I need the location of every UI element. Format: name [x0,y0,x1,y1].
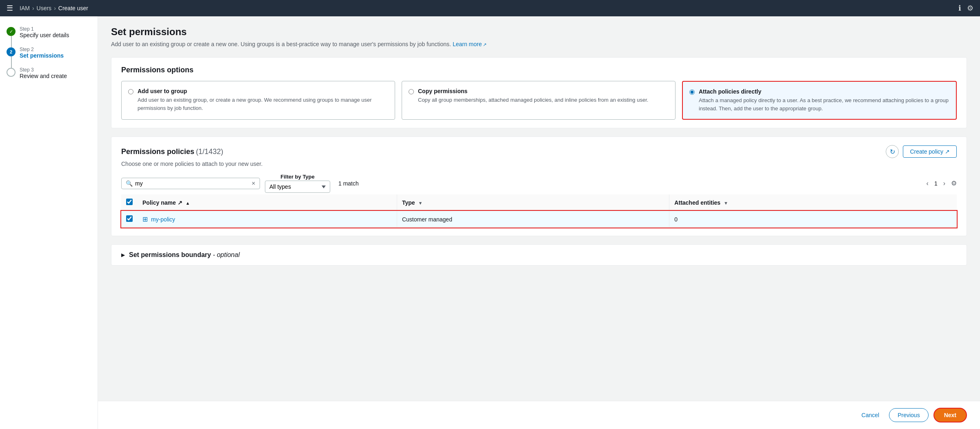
settings-nav-icon[interactable]: ⚙ [967,4,973,13]
table-settings-icon[interactable]: ⚙ [951,179,957,187]
search-box[interactable]: 🔍 ✕ [121,178,260,189]
page-number: 1 [934,180,938,187]
permissions-options-card: Permissions options Add user to group Ad… [111,57,967,128]
sort-icon-attached: ▼ [724,201,728,206]
perm-option-copy-permissions[interactable]: Copy permissions Copy all group membersh… [402,81,676,120]
perm-radio-copy-permissions[interactable] [409,89,414,94]
create-policy-button[interactable]: Create policy ↗ [903,145,957,158]
sort-icon-type: ▼ [418,201,423,206]
cancel-button[interactable]: Cancel [857,409,884,421]
boundary-title: Set permissions boundary - optional [129,251,240,259]
perm-option-attach-desc: Attach a managed policy directly to a us… [699,96,949,112]
step-1-info: Step 1 Specify user details [20,26,69,38]
step-3-circle [7,68,16,77]
filter-row: 🔍 ✕ Filter by Type All types 1 match ‹ 1 [121,174,957,193]
breadcrumb-iam[interactable]: IAM [20,5,30,11]
row-policy-name-cell: ⊞ my-policy [138,211,397,228]
prev-page-button[interactable]: ‹ [924,179,931,188]
step-2-circle: 2 [7,47,16,56]
table-body: ⊞ my-policy Customer managed 0 [121,211,957,228]
step-2[interactable]: 2 Step 2 Set permissions [7,47,91,59]
table-col-type[interactable]: Type ▼ [397,194,669,211]
policy-name-col-label: Policy name ↗ [142,199,182,206]
step-2-label: Set permissions [20,52,64,59]
policy-table: Policy name ↗ ▲ Type ▼ Attached entities… [121,194,957,228]
policies-header: Permissions policies (1/1432) ↻ Create p… [121,145,957,158]
top-nav: ☰ IAM › Users › Create user ℹ ⚙ [0,0,980,16]
row-attached-cell: 0 [669,211,957,228]
boundary-optional: - optional [213,251,240,258]
row-checkbox[interactable] [126,215,133,222]
table-col-attached[interactable]: Attached entities ▼ [669,194,957,211]
boundary-header: ▶ Set permissions boundary - optional [121,251,957,259]
row-type-cell: Customer managed [397,211,669,228]
policies-subtitle: Choose one or more policies to attach to… [121,161,957,167]
step-3-num: Step 3 [20,67,67,73]
permissions-policies-card: Permissions policies (1/1432) ↻ Create p… [111,136,967,236]
table-header: Policy name ↗ ▲ Type ▼ Attached entities… [121,194,957,211]
breadcrumb-sep-2: › [54,5,56,11]
match-text: 1 match [338,180,359,187]
clear-icon[interactable]: ✕ [251,181,256,186]
search-icon: 🔍 [126,180,133,187]
perm-radio-add-to-group[interactable] [128,89,133,94]
step-3[interactable]: Step 3 Review and create [7,67,91,79]
pagination: ‹ 1 › ⚙ [924,179,957,188]
breadcrumb-current: Create user [58,5,88,11]
step-1-num: Step 1 [20,26,69,32]
policies-title-group: Permissions policies (1/1432) [121,147,223,156]
type-col-label: Type [402,199,415,206]
perm-option-copy-title: Copy permissions [418,88,648,94]
table-header-checkbox[interactable] [121,194,138,211]
page-subtitle: Add user to an existing group or create … [111,41,967,47]
top-nav-icons: ℹ ⚙ [958,4,973,13]
permissions-options-list: Add user to group Add user to an existin… [121,81,957,120]
sidebar: ✓ Step 1 Specify user details 2 Step 2 S… [0,16,98,429]
perm-option-attach-directly[interactable]: Attach policies directly Attach a manage… [682,81,957,120]
previous-button[interactable]: Previous [889,408,928,422]
row-checkbox-cell[interactable] [121,211,138,228]
refresh-button[interactable]: ↻ [886,145,899,158]
sort-icon-policy: ▲ [185,201,190,206]
perm-option-add-to-group[interactable]: Add user to group Add user to an existin… [121,81,395,120]
step-2-num: Step 2 [20,47,64,52]
filter-by-type-label: Filter by Type [265,174,330,180]
hamburger-icon[interactable]: ☰ [7,4,13,13]
bottom-bar: Cancel Previous Next [98,401,980,429]
select-all-checkbox[interactable] [126,199,133,205]
search-input[interactable] [135,180,251,187]
main-content: Set permissions Add user to an existing … [98,16,980,401]
next-button[interactable]: Next [933,408,967,422]
permissions-options-title: Permissions options [121,66,957,74]
step-3-info: Step 3 Review and create [20,67,67,79]
page-layout: ✓ Step 1 Specify user details 2 Step 2 S… [0,16,980,429]
perm-option-add-to-group-desc: Add user to an existing group, or create… [138,96,388,112]
perm-option-attach-title: Attach policies directly [699,88,949,95]
boundary-section[interactable]: ▶ Set permissions boundary - optional [111,244,967,266]
table-col-policy-name[interactable]: Policy name ↗ ▲ [138,194,397,211]
breadcrumb-users[interactable]: Users [37,5,52,11]
next-page-button[interactable]: › [941,179,948,188]
perm-option-add-to-group-title: Add user to group [138,88,388,94]
step-1-label: Specify user details [20,32,69,38]
policies-count: (1/1432) [196,147,223,156]
info-icon[interactable]: ℹ [958,4,961,13]
expand-icon: ▶ [121,252,125,258]
table-row[interactable]: ⊞ my-policy Customer managed 0 [121,211,957,228]
perm-radio-attach-directly[interactable] [689,89,695,95]
policy-name-link[interactable]: my-policy [151,216,175,223]
step-1[interactable]: ✓ Step 1 Specify user details [7,26,91,38]
page-title: Set permissions [111,26,967,38]
step-3-label: Review and create [20,73,67,79]
step-2-info: Step 2 Set permissions [20,47,64,59]
filter-type-group: Filter by Type All types [265,174,330,193]
learn-more-link[interactable]: Learn more↗ [453,41,487,47]
breadcrumb: IAM › Users › Create user [20,5,88,11]
breadcrumb-sep-1: › [32,5,34,11]
main-wrapper: Set permissions Add user to an existing … [98,16,980,429]
policy-icon: ⊞ [142,215,148,223]
filter-type-select[interactable]: All types [265,181,330,193]
step-1-circle: ✓ [7,27,16,36]
policies-actions: ↻ Create policy ↗ [886,145,957,158]
attached-col-label: Attached entities [674,199,720,206]
